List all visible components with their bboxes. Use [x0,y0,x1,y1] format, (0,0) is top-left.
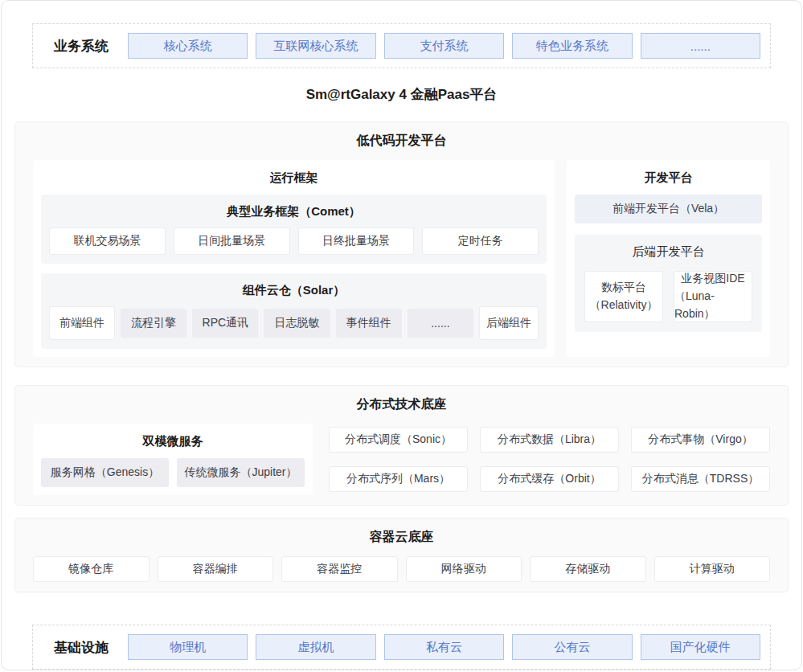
block-label-line: 业务视图IDE [681,270,744,288]
block-virtual-machine: 虚拟机 [256,634,375,660]
page-title: Sm@rtGalaxy 4 金融Paas平台 [2,85,801,104]
container-base-panel: 容器云底座 镜像仓库 容器编排 容器监控 网络驱动 存储驱动 计算驱动 [14,518,789,592]
block-domestic-hardware: 国产化硬件 [641,634,760,660]
infrastructure-row: 基础设施 物理机 虚拟机 私有云 公有云 国产化硬件 [32,625,771,670]
block-business-view-ide-luna-robin: 业务视图IDE （Luna-Robin） [674,271,752,322]
block-distributed-sequence-mars: 分布式序列（Mars） [329,466,468,492]
block-log-masking: 日志脱敏 [264,309,330,338]
block-payment-system: 支付系统 [384,33,504,59]
block-distributed-cache-orbit: 分布式缓存（Orbit） [480,466,619,492]
block-distributed-data-libra: 分布式数据（Libra） [480,427,619,453]
low-code-platform-title: 低代码开发平台 [33,133,770,150]
component-cloud-box: 组件云仓（Solar） 前端组件 流程引擎 RPC通讯 日志脱敏 事件组件 ..… [41,273,547,349]
block-container-orchestration: 容器编排 [158,556,274,582]
block-label-line: 数标平台 [601,279,646,297]
component-cloud-title: 组件云仓（Solar） [49,283,539,298]
block-process-engine: 流程引擎 [121,309,186,338]
block-more-systems: ...... [641,33,760,59]
block-backend-component: 后端组件 [479,306,539,340]
block-public-cloud: 公有云 [512,634,632,660]
block-online-transaction: 联机交易场景 [49,227,166,255]
block-data-standard-platform-relativity: 数标平台 （Relativity） [584,271,663,322]
dual-mode-microservice-card: 双模微服务 服务网格（Genesis） 传统微服务（Jupiter） [33,424,313,495]
backend-dev-platform-blocks: 数标平台 （Relativity） 业务视图IDE （Luna-Robin） [584,271,752,322]
architecture-diagram: 业务系统 核心系统 互联网核心系统 支付系统 特色业务系统 ...... Sm@… [1,0,802,670]
block-storage-driver: 存储驱动 [530,556,646,582]
dual-mode-blocks: 服务网格（Genesis） 传统微服务（Jupiter） [41,458,305,487]
business-framework-title: 典型业务框架（Comet） [49,204,539,219]
block-image-registry: 镜像仓库 [33,556,150,582]
block-physical-machine: 物理机 [128,634,248,660]
low-code-platform-panel: 低代码开发平台 运行框架 典型业务框架（Comet） 联机交易场景 日间批量场景… [14,121,789,367]
block-distributed-scheduling-sonic: 分布式调度（Sonic） [329,427,468,453]
block-private-cloud: 私有云 [384,634,504,660]
block-traditional-microservice-jupiter: 传统微服务（Jupiter） [177,458,305,487]
block-scheduled-task: 定时任务 [422,227,539,255]
block-label-line: （Relativity） [590,297,658,314]
distributed-base-panel: 分布式技术底座 双模微服务 服务网格（Genesis） 传统微服务（Jupite… [14,385,789,506]
container-base-blocks: 镜像仓库 容器编排 容器监控 网络驱动 存储驱动 计算驱动 [33,556,770,582]
block-compute-driver: 计算驱动 [654,556,771,582]
infrastructure-label: 基础设施 [43,638,120,657]
runtime-framework-card: 运行框架 典型业务框架（Comet） 联机交易场景 日间批量场景 日终批量场景 … [33,160,555,357]
runtime-framework-title: 运行框架 [41,170,547,186]
block-container-monitoring: 容器监控 [281,556,398,582]
block-distributed-transaction-virgo: 分布式事物（Virgo） [631,427,770,453]
block-frontend-component: 前端组件 [49,306,115,340]
backend-dev-platform-title: 后端开发平台 [584,244,752,260]
distributed-base-title: 分布式技术底座 [33,396,770,413]
block-eod-batch: 日终批量场景 [298,227,415,255]
dev-platform-title: 开发平台 [575,170,762,186]
dual-mode-title: 双模微服务 [41,434,305,449]
block-core-system: 核心系统 [128,33,248,59]
block-distributed-message-tdrss: 分布式消息（TDRSS） [631,466,770,492]
block-internet-core-system: 互联网核心系统 [256,33,375,59]
component-cloud-blocks: 前端组件 流程引擎 RPC通讯 日志脱敏 事件组件 ...... 后端组件 [49,306,539,340]
backend-dev-platform-box: 后端开发平台 数标平台 （Relativity） 业务视图IDE （Luna-R… [575,235,762,332]
block-special-business-system: 特色业务系统 [512,33,632,59]
business-systems-row: 业务系统 核心系统 互联网核心系统 支付系统 特色业务系统 ...... [32,23,771,68]
block-more-components: ...... [408,309,473,338]
business-framework-box: 典型业务框架（Comet） 联机交易场景 日间批量场景 日终批量场景 定时任务 [41,195,547,264]
distributed-base-body: 双模微服务 服务网格（Genesis） 传统微服务（Jupiter） 分布式调度… [33,424,770,495]
block-intraday-batch: 日间批量场景 [174,227,290,255]
low-code-platform-body: 运行框架 典型业务框架（Comet） 联机交易场景 日间批量场景 日终批量场景 … [33,160,770,357]
distributed-services-grid: 分布式调度（Sonic） 分布式数据（Libra） 分布式事物（Virgo） 分… [329,424,770,495]
block-event-component: 事件组件 [336,309,402,338]
block-rpc-comm: RPC通讯 [192,309,258,338]
business-systems-label: 业务系统 [43,37,120,55]
block-network-driver: 网络驱动 [406,556,522,582]
block-service-mesh-genesis: 服务网格（Genesis） [41,458,169,487]
container-base-title: 容器云底座 [33,529,770,546]
business-framework-blocks: 联机交易场景 日间批量场景 日终批量场景 定时任务 [49,227,539,255]
block-label-line: （Luna-Robin） [674,288,752,322]
dev-platform-card: 开发平台 前端开发平台（Vela） 后端开发平台 数标平台 （Relativit… [567,160,770,357]
block-frontend-dev-platform-vela: 前端开发平台（Vela） [575,195,762,223]
